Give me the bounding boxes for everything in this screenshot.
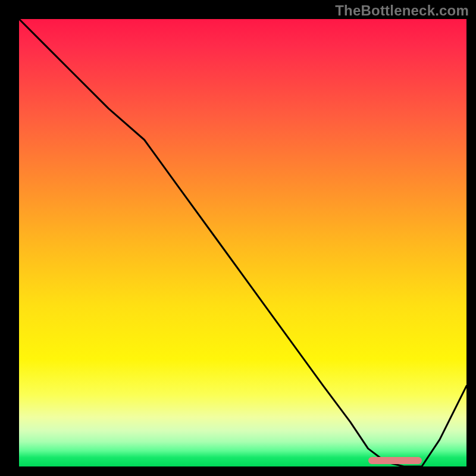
- watermark-label: TheBottleneck.com: [335, 2, 469, 19]
- optimal-range-marker: [368, 457, 422, 464]
- curve-path: [19, 19, 466, 466]
- plot-area: [19, 19, 466, 466]
- chart-frame: TheBottleneck.com: [0, 0, 476, 476]
- bottleneck-curve: [19, 19, 466, 466]
